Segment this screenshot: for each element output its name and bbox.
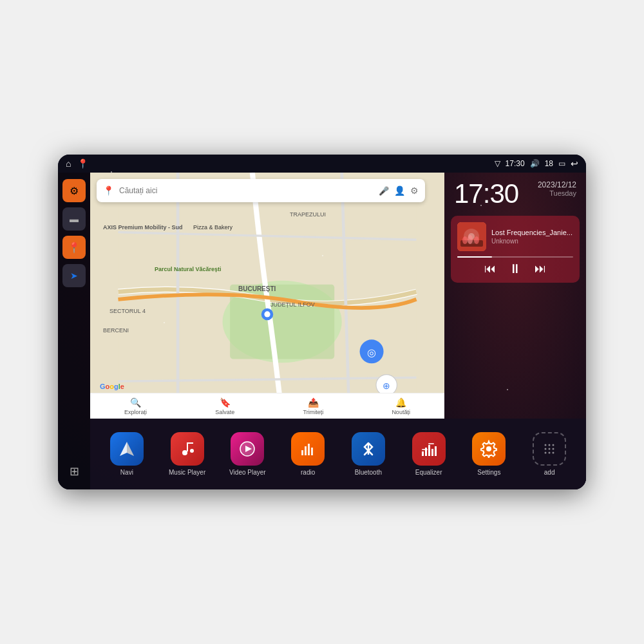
user-icon[interactable]: 👤 [394,185,405,196]
send-label: Trimiteți [303,409,324,415]
svg-point-44 [549,452,551,454]
music-artist: Unknown [491,238,573,245]
sidebar: ⚙ ▬ 📍 ➤ ⊞ [58,173,90,489]
svg-point-43 [545,452,547,454]
clock-status: 17:30 [506,159,525,168]
radio-icon [291,432,325,466]
sidebar-item-maps[interactable]: 📍 [62,236,86,259]
saved-icon: 🔖 [220,397,231,408]
video-player-label: Video Player [229,469,266,476]
svg-point-42 [553,448,554,450]
google-logo: Google [100,383,124,390]
clock-day: Tuesday [538,189,576,197]
map-nav-send[interactable]: 📤 Trimiteți [303,397,324,415]
news-label: Noutăți [392,409,410,415]
svg-rect-33 [435,446,437,456]
bluetooth-icon [352,432,385,466]
pause-button[interactable]: ⏸ [509,261,522,276]
map-label-pizza: Pizza & Bakery [193,224,232,231]
svg-text:◎: ◎ [367,346,376,358]
music-widget[interactable]: Lost Frequencies_Janie... Unknown ⏮ ⏸ ⏭ [451,216,580,283]
music-player-icon [171,432,204,466]
add-icon [533,432,566,466]
map-nav-saved[interactable]: 🔖 Salvate [215,397,234,415]
map-label-ilfov: JUDEȚUL ILFOV [270,301,315,308]
map-nav-news[interactable]: 🔔 Noutăți [392,397,410,415]
sidebar-item-files[interactable]: ▬ [62,207,86,231]
app-item-add[interactable]: add [526,432,574,476]
clock-display: 17:30 [454,180,518,207]
settings-app-icon [472,432,506,466]
status-bar: ⌂ 📍 ▽ 17:30 🔊 18 ▭ ↩ [58,155,586,173]
prev-button[interactable]: ⏮ [484,262,496,276]
music-title: Lost Frequencies_Janie... [491,229,573,236]
grid-icon: ⊞ [70,464,79,478]
map-label-axis: AXIS Premium Mobility - Sud [103,224,183,231]
explore-icon: 🔍 [130,397,141,408]
music-player-label: Music Player [169,469,205,476]
back-icon[interactable]: ↩ [571,158,578,169]
navi-label: Navi [120,469,133,476]
right-panel: 17:30 2023/12/12 Tuesday [444,173,586,419]
app-item-radio[interactable]: radio [284,432,332,476]
clock-section: 17:30 2023/12/12 Tuesday [444,173,586,213]
svg-point-38 [549,444,551,446]
map-bottom-nav: 🔍 Explorați 🔖 Salvate 📤 Trimiteți [90,393,444,419]
music-progress-bar[interactable] [457,256,573,258]
app-item-bluetooth[interactable]: Bluetooth [344,432,392,476]
add-label: add [544,469,555,476]
svg-rect-29 [422,451,424,456]
svg-point-15 [474,236,479,244]
app-item-music[interactable]: Music Player [163,432,211,476]
svg-rect-26 [308,444,310,455]
explore-label: Explorați [124,409,147,415]
svg-rect-34 [422,449,428,450]
map-label-trapez: TRAPEZULUI [290,211,326,218]
map-svg: ⊕ ◎ [90,173,444,419]
sidebar-item-navigation[interactable]: ➤ [62,264,86,287]
status-right: ▽ 17:30 🔊 18 ▭ ↩ [495,158,578,169]
google-maps-icon: 📍 [103,185,114,196]
music-progress-fill [457,256,492,258]
sidebar-item-settings[interactable]: ⚙ [62,179,86,202]
map-label-parcul: Parcul Natural Văcărești [155,266,222,272]
sidebar-item-grid[interactable]: ⊞ [62,460,86,483]
svg-text:⊕: ⊕ [383,381,390,391]
map-search-bar[interactable]: 📍 Căutați aici 🎤 👤 ⚙ [97,179,425,202]
svg-rect-21 [187,442,193,444]
app-item-equalizer[interactable]: Equalizer [404,432,453,476]
map-nav-explore[interactable]: 🔍 Explorați [124,397,147,415]
svg-point-13 [462,236,468,244]
svg-rect-30 [425,448,427,456]
svg-point-45 [553,452,554,454]
home-icon[interactable]: ⌂ [66,158,71,169]
settings-map-icon[interactable]: ⚙ [410,185,419,196]
bluetooth-label: Bluetooth [355,469,382,476]
saved-label: Salvate [215,409,234,415]
app-grid: Navi Music Player [90,419,586,489]
app-item-navi[interactable]: Navi [102,432,151,476]
search-input[interactable]: Căutați aici [119,186,374,195]
app-item-settings[interactable]: Settings [465,432,513,476]
next-button[interactable]: ⏭ [535,262,546,276]
svg-point-19 [190,449,194,453]
map-area[interactable]: ⊕ ◎ 📍 Căutați aici 🎤 👤 ⚙ [90,173,444,419]
map-label-berceni: BERCENI [103,327,129,334]
status-left: ⌂ 📍 [66,158,88,169]
svg-rect-25 [305,446,307,455]
svg-rect-27 [311,448,313,455]
map-pin-icon: 📍 [68,242,80,254]
music-info: Lost Frequencies_Janie... Unknown [457,222,573,251]
map-label-bucuresti: BUCUREȘTI [238,285,276,292]
app-item-video[interactable]: Video Player [223,432,272,476]
volume-icon[interactable]: 🔊 [530,159,540,168]
music-controls: ⏮ ⏸ ⏭ [457,261,573,276]
maps-icon[interactable]: 📍 [77,158,88,169]
music-details: Lost Frequencies_Janie... Unknown [491,229,573,245]
send-icon: 📤 [308,397,319,408]
news-icon: 🔔 [395,397,406,408]
wifi-icon: ▽ [495,159,500,168]
mic-icon[interactable]: 🎤 [379,186,389,196]
svg-marker-17 [127,442,134,456]
svg-rect-20 [187,442,188,451]
